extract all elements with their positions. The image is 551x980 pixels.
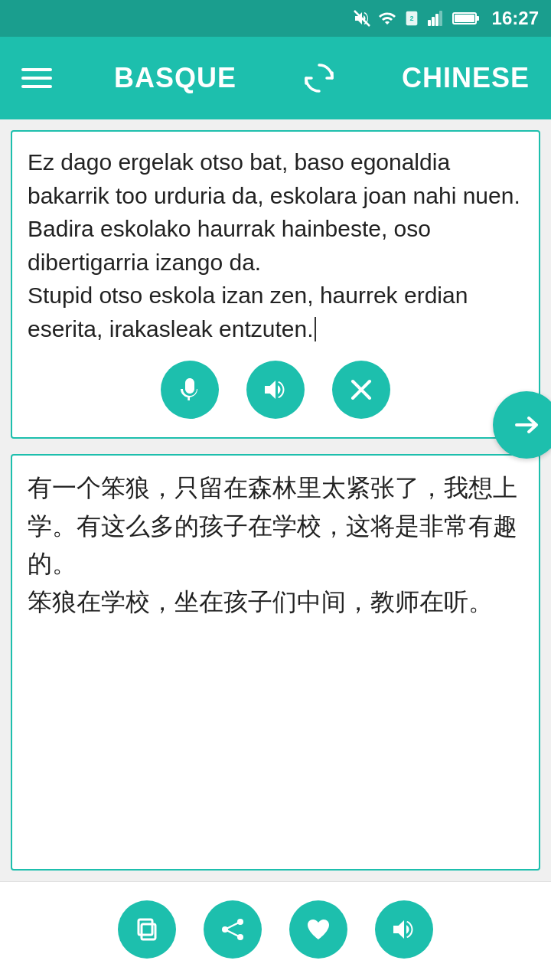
speak-source-button[interactable]: [246, 361, 305, 419]
svg-line-19: [225, 929, 240, 937]
time-display: 16:27: [492, 8, 539, 29]
share-button[interactable]: [204, 900, 262, 959]
target-language-label[interactable]: CHINESE: [402, 62, 530, 94]
svg-point-10: [298, 57, 340, 99]
sim-icon: 2: [403, 9, 420, 28]
source-language-label[interactable]: BASQUE: [114, 62, 236, 94]
svg-rect-6: [439, 11, 442, 26]
bottom-controls: [0, 881, 551, 980]
speak-translation-button[interactable]: [375, 900, 433, 959]
svg-rect-9: [476, 16, 479, 21]
copy-button[interactable]: [118, 900, 176, 959]
source-panel: Ez dago ergelak otso bat, baso egonaldia…: [11, 130, 540, 439]
battery-icon: [452, 9, 480, 28]
toolbar: BASQUE CHINESE: [0, 37, 551, 119]
target-text: 有一个笨狼，只留在森林里太紧张了，我想上学。有这么多的孩子在学校，这将是非常有趣…: [28, 469, 523, 621]
status-bar: 2 16:27: [0, 0, 551, 37]
menu-button[interactable]: [21, 68, 52, 88]
status-icons: 2 16:27: [353, 8, 539, 29]
svg-rect-3: [428, 20, 431, 26]
svg-rect-4: [432, 17, 435, 26]
translate-button[interactable]: [493, 391, 551, 459]
panels-wrapper: Ez dago ergelak otso bat, baso egonaldia…: [0, 119, 551, 980]
source-text[interactable]: Ez dago ergelak otso bat, baso egonaldia…: [28, 145, 523, 345]
svg-rect-8: [455, 15, 474, 22]
svg-line-18: [225, 922, 240, 929]
favorite-button[interactable]: [289, 900, 347, 959]
svg-rect-5: [435, 14, 439, 26]
swap-languages-button[interactable]: [298, 57, 340, 99]
signal-icon: [426, 9, 446, 28]
mute-icon: [353, 9, 371, 28]
wifi-icon: [377, 9, 397, 28]
clear-button[interactable]: [332, 361, 390, 419]
microphone-button[interactable]: [161, 361, 219, 419]
target-panel: 有一个笨狼，只留在森林里太紧张了，我想上学。有这么多的孩子在学校，这将是非常有趣…: [11, 454, 540, 871]
svg-text:2: 2: [409, 15, 413, 22]
source-controls: [28, 361, 523, 426]
